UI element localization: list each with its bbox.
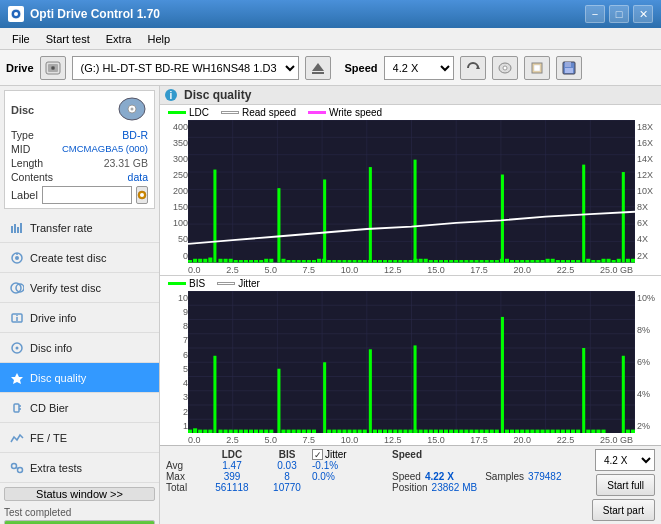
svg-rect-196 [269, 429, 273, 433]
svg-rect-140 [551, 259, 555, 263]
maximize-button[interactable]: □ [609, 5, 629, 23]
drive-select[interactable]: (G:) HL-DT-ST BD-RE WH16NS48 1.D3 [72, 56, 299, 80]
menu-start-test[interactable]: Start test [38, 31, 98, 47]
top-x-axis: 0.0 2.5 5.0 7.5 10.0 12.5 15.0 17.5 20.0… [160, 265, 661, 275]
avg-ldc: 1.47 [202, 460, 262, 471]
svg-rect-154 [622, 172, 625, 262]
sidebar-item-cd-bier[interactable]: CD Bier [0, 393, 159, 423]
sidebar-item-extra-tests[interactable]: Extra tests [0, 453, 159, 483]
svg-rect-211 [353, 429, 357, 433]
stats-area: LDC BIS ✓ Jitter Speed Avg 1.47 0.03 -0.… [160, 445, 661, 524]
drive-label: Drive [6, 62, 34, 74]
top-chart-legend: LDC Read speed Write speed [160, 105, 661, 120]
svg-rect-74 [234, 260, 238, 262]
legend-jitter: Jitter [217, 278, 260, 289]
disc-icon[interactable] [116, 95, 148, 125]
disc-mid-value: CMCMAGBA5 (000) [62, 143, 148, 155]
svg-rect-97 [347, 260, 351, 262]
nav-label-disc-info: Disc info [30, 342, 72, 354]
svg-rect-182 [198, 429, 202, 433]
save-btn[interactable] [556, 56, 582, 80]
svg-rect-67 [198, 259, 202, 263]
svg-point-5 [52, 67, 54, 69]
svg-rect-220 [398, 429, 402, 433]
drive-icon-btn[interactable] [40, 56, 66, 80]
svg-rect-238 [485, 429, 489, 433]
svg-rect-132 [510, 260, 514, 262]
svg-rect-242 [505, 429, 509, 433]
svg-rect-226 [424, 429, 428, 433]
disc-btn[interactable] [492, 56, 518, 80]
legend-write-speed-label: Write speed [329, 107, 382, 118]
svg-rect-85 [292, 260, 296, 262]
start-full-button[interactable]: Start full [596, 474, 655, 496]
svg-rect-137 [535, 260, 539, 262]
label-edit-btn[interactable] [136, 186, 148, 204]
sidebar-item-fe-te[interactable]: FE / TE [0, 423, 159, 453]
speed-select[interactable]: 4.2 X [384, 56, 454, 80]
disc-contents-row: Contents data [11, 171, 148, 183]
svg-rect-234 [464, 429, 468, 433]
svg-rect-106 [388, 260, 392, 262]
label-input[interactable] [42, 186, 132, 204]
start-part-button[interactable]: Start part [592, 499, 655, 521]
svg-rect-148 [591, 260, 595, 262]
svg-rect-120 [454, 260, 458, 262]
stats-header-row: LDC BIS ✓ Jitter Speed [166, 449, 477, 460]
svg-rect-251 [551, 429, 555, 433]
svg-rect-92 [323, 179, 326, 262]
disc-header: Disc [11, 95, 148, 125]
jitter-header: Jitter [325, 449, 347, 460]
legend-bis: BIS [168, 278, 205, 289]
svg-rect-107 [393, 260, 397, 262]
svg-rect-147 [586, 259, 590, 263]
sidebar-item-disc-info[interactable]: Disc info [0, 333, 159, 363]
speed-value-stat: 4.22 X [425, 471, 454, 482]
speed-label: Speed [345, 62, 378, 74]
label-row: Label [11, 186, 148, 204]
samples-label: Samples [485, 471, 524, 482]
legend-jitter-label: Jitter [238, 278, 260, 289]
eject-btn[interactable] [305, 56, 331, 80]
sidebar-item-transfer-rate[interactable]: Transfer rate [0, 213, 159, 243]
svg-rect-207 [332, 429, 336, 433]
disc-type-value: BD-R [122, 129, 148, 141]
svg-rect-15 [565, 68, 573, 73]
svg-rect-205 [323, 362, 326, 433]
svg-rect-104 [378, 260, 382, 262]
svg-rect-257 [582, 348, 585, 434]
menu-help[interactable]: Help [139, 31, 178, 47]
svg-rect-224 [414, 345, 417, 433]
svg-rect-109 [403, 260, 407, 262]
jitter-checkbox[interactable]: ✓ [312, 449, 323, 460]
refresh-btn[interactable] [460, 56, 486, 80]
svg-rect-115 [434, 260, 438, 262]
ldc-header: LDC [202, 449, 262, 460]
svg-rect-201 [297, 429, 301, 433]
svg-rect-240 [495, 429, 499, 433]
svg-rect-124 [474, 260, 478, 262]
svg-rect-78 [254, 260, 258, 262]
svg-rect-256 [576, 429, 580, 433]
write-btn[interactable] [524, 56, 550, 80]
close-button[interactable]: ✕ [633, 5, 653, 23]
menu-extra[interactable]: Extra [98, 31, 140, 47]
sidebar-item-disc-quality[interactable]: Disc quality [0, 363, 159, 393]
sidebar-item-verify-test[interactable]: Verify test disc [0, 273, 159, 303]
svg-point-1 [14, 12, 18, 16]
svg-rect-261 [601, 429, 605, 433]
chart-speed-select[interactable]: 4.2 X [595, 449, 655, 471]
sidebar-item-drive-info[interactable]: Drive info [0, 303, 159, 333]
status-window-btn[interactable]: Status window >> [4, 487, 155, 501]
chart-title-bar: i Disc quality [160, 86, 661, 105]
samples-value: 379482 [528, 471, 561, 482]
menu-file[interactable]: File [4, 31, 38, 47]
svg-rect-90 [317, 259, 321, 263]
bottom-chart-svg-container [188, 291, 635, 434]
minimize-button[interactable]: − [585, 5, 605, 23]
svg-rect-12 [534, 65, 540, 71]
svg-rect-212 [358, 429, 362, 433]
svg-rect-131 [505, 259, 509, 263]
sidebar-item-create-test[interactable]: Create test disc [0, 243, 159, 273]
jitter-check: ✓ Jitter [312, 449, 392, 460]
